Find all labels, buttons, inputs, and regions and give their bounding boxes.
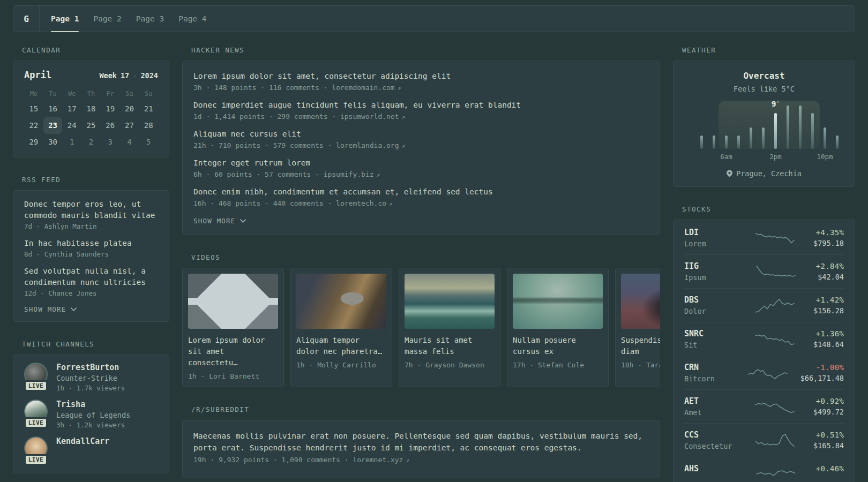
dashboard-page: G Page 1Page 2Page 3Page 4 CALENDAR Apri…	[0, 0, 868, 482]
channel-name: Trisha	[56, 400, 130, 409]
stock-name	[684, 476, 736, 482]
weather-bar-column	[787, 104, 789, 149]
story-domain-link[interactable]: loremlandia.org↗	[336, 141, 405, 149]
channel-category: Counter-Strike	[56, 374, 125, 382]
channel-name: ForrestBurton	[56, 363, 125, 372]
story-title[interactable]: Donec imperdiet augue tincidunt felis al…	[193, 100, 649, 111]
post-title[interactable]: Maecenas mollis pulvinar erat non posuer…	[193, 430, 649, 454]
middle-column: HACKER NEWS Lorem ipsum dolor sit amet, …	[182, 46, 660, 478]
story-domain-link[interactable]: loremdomain.com↗	[332, 84, 401, 92]
stock-price: $156.28	[813, 306, 844, 315]
stock-price: $165.84	[813, 441, 844, 450]
video-card[interactable]: Nullam posuere cursus ex 17h · Stefan Co…	[507, 268, 609, 387]
video-card[interactable]: Aliquam tempor dolor nec pharetra… 1h · …	[290, 268, 392, 387]
calendar-year: 2024	[140, 71, 158, 80]
temperature-bar	[836, 135, 839, 149]
weather-bar-column	[762, 104, 765, 149]
video-card[interactable]: Mauris sit amet massa felis 7h · Grayson…	[399, 268, 500, 387]
external-link-icon: ↗	[389, 200, 393, 207]
show-more-label: SHOW MORE	[24, 305, 66, 313]
video-meta: 17h · Stefan Cole	[513, 361, 603, 369]
calendar-month: April	[24, 70, 51, 80]
weather-bar-column	[811, 104, 814, 149]
stock-price: $499.72	[813, 408, 844, 416]
show-more-label: SHOW MORE	[193, 217, 236, 225]
videos-header: VIDEOS	[182, 253, 660, 261]
page-tab[interactable]: Page 1	[51, 6, 79, 32]
story-domain-link[interactable]: ipsumworld.net↗	[340, 112, 405, 120]
stock-sparkline-wrap	[740, 397, 809, 416]
temperature-bar	[762, 127, 765, 149]
stock-sparkline	[754, 329, 796, 349]
stock-price: $66,171.48	[800, 374, 844, 382]
channel-avatar-wrap: LIVE	[23, 363, 49, 392]
story-domain-link[interactable]: ipsumify.biz↗	[324, 170, 380, 178]
stock-identity: LDI Lorem	[684, 228, 736, 248]
post-domain-link[interactable]: loremnet.xyz↗	[353, 456, 409, 464]
page-tab[interactable]: Page 4	[178, 6, 206, 32]
rss-item-title[interactable]: Sed volutpat nulla nisl, a condimentum n…	[24, 266, 158, 288]
stock-sparkline-wrap	[740, 228, 809, 247]
live-badge: LIVE	[24, 380, 48, 391]
stock-price: $795.18	[813, 239, 844, 247]
stock-symbol: AET	[684, 396, 736, 406]
calendar-day: 24	[62, 117, 81, 134]
temperature-bar	[799, 106, 802, 149]
video-meta: 7h · Grayson Dawson	[405, 361, 495, 369]
chevron-down-icon	[70, 306, 77, 312]
page-tab[interactable]: Page 2	[93, 6, 121, 32]
stock-symbol: LDI	[684, 228, 736, 237]
external-link-icon: ↗	[406, 457, 409, 464]
reddit-post: Maecenas mollis pulvinar erat non posuer…	[193, 430, 649, 464]
stock-row[interactable]: CRN Bitcorn -1.00% $66,171.48	[684, 356, 844, 389]
story-title[interactable]: Lorem ipsum dolor sit amet, consectetur …	[193, 71, 649, 82]
stocks-header: STOCKS	[673, 205, 855, 213]
rss-item-title[interactable]: In hac habitasse platea	[24, 238, 158, 249]
story-domain: ipsumworld.net	[340, 112, 399, 120]
stock-change: +0.92%	[813, 397, 844, 405]
stock-row[interactable]: AHS +0.46%	[684, 457, 844, 482]
hour-label: 10pm	[817, 153, 833, 161]
video-meta: 1h · Lori Barnett	[188, 372, 278, 380]
video-card[interactable]: Suspendisse diam 18h · Tara	[615, 268, 660, 387]
week-word: Week	[99, 71, 117, 80]
stock-sparkline-wrap	[740, 464, 812, 482]
videos-section: VIDEOS Lorem ipsum dolor sit amet consec…	[182, 253, 660, 387]
left-column: CALENDAR April Week 17 · 2024 MoTuWeThFr…	[13, 46, 169, 473]
stock-symbol: CRN	[684, 363, 736, 372]
twitch-channel[interactable]: LIVE KendallCarr	[23, 436, 159, 465]
story-domain-link[interactable]: loremtech.co↗	[336, 199, 393, 207]
video-card[interactable]: Lorem ipsum dolor sit amet consectetu… 1…	[182, 268, 284, 387]
story-title[interactable]: Aliquam nec cursus elit	[193, 129, 649, 140]
stock-sparkline-wrap	[740, 262, 812, 281]
external-link-icon: ↗	[377, 171, 380, 178]
calendar-day: 22	[24, 117, 43, 134]
stocks-section: STOCKS LDI Lorem +4.35%	[673, 205, 855, 482]
stock-price: $148.64	[813, 340, 844, 349]
stock-row[interactable]: CCS Consectetur +0.51% $165.84	[684, 423, 844, 457]
channel-category: League of Legends	[56, 411, 130, 419]
twitch-channel[interactable]: LIVE Trisha League of Legends 3h · 1.2k …	[23, 400, 159, 429]
page-tab[interactable]: Page 3	[136, 6, 164, 32]
stock-row[interactable]: LDI Lorem +4.35% $795.18	[684, 221, 844, 254]
app-logo[interactable]: G	[13, 6, 40, 32]
video-thumbnail	[405, 274, 495, 329]
stock-row[interactable]: DBS Dolor +1.42% $156.28	[684, 288, 844, 322]
twitch-channel[interactable]: LIVE ForrestBurton Counter-Strike 1h · 1…	[23, 363, 159, 392]
story-title[interactable]: Donec enim nibh, condimentum et accumsan…	[193, 186, 649, 198]
rss-show-more-button[interactable]: SHOW MORE	[24, 305, 77, 313]
stock-row[interactable]: SNRC Sit +1.36% $148.64	[684, 322, 844, 356]
stock-row[interactable]: AET Amet +0.92% $499.72	[684, 389, 844, 423]
stock-change: +1.36%	[813, 329, 844, 338]
dot-separator: ·	[133, 72, 137, 80]
video-title: Mauris sit amet massa felis	[405, 335, 495, 357]
stock-name: Amet	[684, 408, 736, 417]
weekday-label: Tu	[43, 86, 63, 101]
stock-row[interactable]: IIG Ipsum +2.84% $42.04	[684, 254, 844, 288]
hackernews-item: Donec enim nibh, condimentum et accumsan…	[193, 186, 649, 207]
chevron-down-icon	[240, 218, 246, 224]
hackernews-show-more-button[interactable]: SHOW MORE	[193, 217, 246, 225]
story-title[interactable]: Integer eget rutrum lorem	[193, 157, 649, 169]
stock-change: +0.46%	[816, 464, 844, 473]
rss-item-title[interactable]: Donec tempor eros leo, ut commodo mauris…	[24, 199, 158, 221]
